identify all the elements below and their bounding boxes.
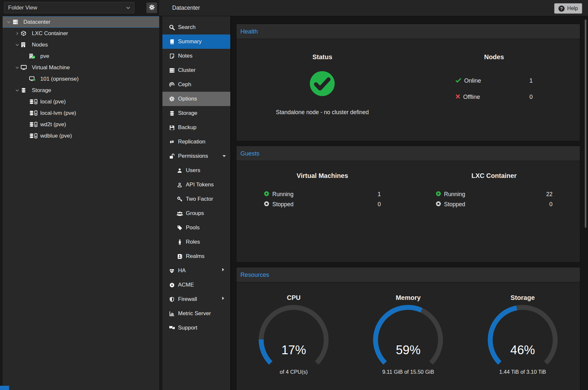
tree-item-local-lvm-pve[interactable]: local-lvm (pve): [3, 107, 159, 119]
tree-item-datacenter[interactable]: Datacenter: [3, 16, 159, 28]
nav-item-label: Pools: [186, 224, 200, 231]
tree-settings-button[interactable]: [146, 2, 157, 13]
vm-running-icon: [29, 76, 38, 82]
nodes-online-label: Online: [464, 77, 481, 84]
guests-panel-title: Guests: [240, 150, 260, 157]
vertical-scrollbar[interactable]: [585, 20, 586, 228]
help-button[interactable]: ? Help: [554, 3, 582, 14]
storage-drive-icon: [29, 133, 38, 139]
nav-item-label: HA: [178, 267, 186, 274]
nav-item-storage[interactable]: Storage: [162, 106, 230, 120]
note-icon: [168, 53, 175, 59]
lxc-running-label: Running: [444, 191, 465, 198]
nav-item-roles[interactable]: Roles: [162, 235, 230, 249]
nav-item-two-factor[interactable]: Two Factor: [162, 192, 230, 206]
expander-expanded-icon[interactable]: [5, 20, 12, 24]
resources-panel-header: Resources: [236, 267, 580, 282]
tree-item-virtual-machine[interactable]: Virtual Machine: [3, 62, 159, 73]
lxc-running-value: 22: [546, 191, 552, 198]
tree-item-nodes[interactable]: Nodes: [3, 39, 159, 50]
nav-item-backup[interactable]: Backup: [162, 120, 230, 135]
vm-running-label: Running: [272, 191, 293, 198]
question-icon: ?: [558, 6, 565, 12]
nav-item-label: Cluster: [178, 67, 196, 74]
nav-item-summary[interactable]: Summary: [162, 34, 230, 49]
nav-item-notes[interactable]: Notes: [162, 49, 230, 63]
nav-item-users[interactable]: Users: [162, 163, 230, 178]
cpu-gauge: 17%: [250, 303, 338, 367]
person-icon: [176, 239, 183, 245]
tree-item-101-opnsense[interactable]: 101 (opnsense): [3, 73, 159, 85]
nodes-online-row: Online 1: [455, 73, 533, 89]
folder-view-select[interactable]: Folder View: [4, 2, 134, 13]
vm-stopped-label: Stopped: [272, 201, 293, 208]
storage-heading: Storage: [466, 294, 580, 302]
search-icon: [168, 24, 175, 30]
database-icon: [21, 87, 30, 93]
tree-item-lxc-container[interactable]: LXC Container: [3, 28, 159, 39]
unlock-icon: [168, 154, 175, 159]
tree-item-label: wdblue (pve): [40, 133, 72, 139]
tree-item-label: Nodes: [32, 42, 48, 48]
tree-item-storage[interactable]: Storage: [3, 85, 159, 96]
nav-item-label: API Tokens: [186, 182, 214, 188]
cpu-heading: CPU: [236, 294, 351, 302]
nav-item-ceph[interactable]: Ceph: [162, 77, 230, 92]
expander-expanded-icon[interactable]: [14, 43, 21, 47]
expander-expanded-icon[interactable]: [14, 66, 21, 70]
nav-item-replication[interactable]: Replication: [162, 135, 230, 149]
nav-item-metric-server[interactable]: Metric Server: [162, 306, 230, 321]
tree-item-pve[interactable]: pve: [3, 50, 159, 62]
health-status-column: Status Standalone node - no cluster defi…: [236, 39, 408, 116]
nav-item-support[interactable]: Support: [162, 321, 230, 335]
cube-icon: [21, 31, 30, 36]
nav-item-cluster[interactable]: Cluster: [162, 63, 230, 77]
guests-panel: Guests Virtual Machines Running 1: [236, 146, 580, 262]
nav-item-groups[interactable]: Groups: [162, 206, 230, 221]
nav-item-search[interactable]: Search: [162, 20, 230, 34]
nodes-online-value: 1: [530, 77, 533, 84]
node-online-icon: [29, 53, 38, 59]
nav-item-api-tokens[interactable]: API Tokens: [162, 178, 230, 192]
tree-item-label: 101 (opnsense): [40, 76, 79, 82]
expander-collapsed-icon[interactable]: [14, 32, 21, 35]
lxc-stopped-label: Stopped: [444, 201, 465, 208]
storage-gauge: 46%: [479, 303, 567, 367]
bottom-left-accent: [0, 386, 9, 390]
tree-item-wd2t-pve[interactable]: wd2t (pve): [3, 119, 159, 130]
status-message: Standalone node - no cluster defined: [236, 109, 408, 116]
nav-item-label: Two Factor: [186, 196, 213, 202]
expander-expanded-icon[interactable]: [14, 88, 21, 92]
help-button-label: Help: [567, 6, 578, 11]
storage-gauge-sublabel: 1.44 TiB of 3.10 TiB: [466, 369, 580, 375]
tree-item-wdblue-pve[interactable]: wdblue (pve): [3, 130, 159, 141]
nodes-heading: Nodes: [408, 53, 580, 61]
nav-item-label: Metric Server: [178, 310, 211, 317]
stopped-icon: [264, 201, 269, 208]
nav-item-ha[interactable]: HA: [162, 263, 230, 278]
nav-item-realms[interactable]: Realms: [162, 249, 230, 263]
tree-item-local-pve[interactable]: local (pve): [3, 96, 159, 107]
building-icon: [21, 42, 30, 47]
gear-icon: [168, 96, 175, 102]
nav-item-permissions[interactable]: Permissions: [162, 149, 230, 163]
tree-toolbar: Folder View: [0, 0, 159, 16]
datacenter-nav: SearchSummaryNotesClusterCephOptionsStor…: [162, 16, 231, 390]
folder-view-label: Folder View: [8, 5, 37, 11]
tree-item-label: wd2t (pve): [40, 121, 66, 128]
memory-gauge-sublabel: 9.11 GiB of 15.50 GiB: [351, 369, 465, 375]
ceph-icon: [168, 82, 175, 87]
nav-item-options[interactable]: Options: [162, 92, 230, 106]
storage-drive-icon: [29, 99, 38, 104]
nav-item-label: Groups: [186, 210, 204, 217]
monitor-icon: [21, 65, 30, 70]
nav-item-firewall[interactable]: Firewall: [162, 292, 230, 306]
users-icon: [176, 211, 183, 216]
health-panel-title: Health: [240, 28, 258, 35]
tree-item-label: local-lvm (pve): [40, 110, 76, 116]
nav-item-pools[interactable]: Pools: [162, 221, 230, 235]
vm-stopped-value: 0: [378, 201, 381, 208]
gear-icon: [149, 4, 155, 11]
memory-heading: Memory: [351, 294, 465, 302]
nav-item-acme[interactable]: ACME: [162, 278, 230, 292]
